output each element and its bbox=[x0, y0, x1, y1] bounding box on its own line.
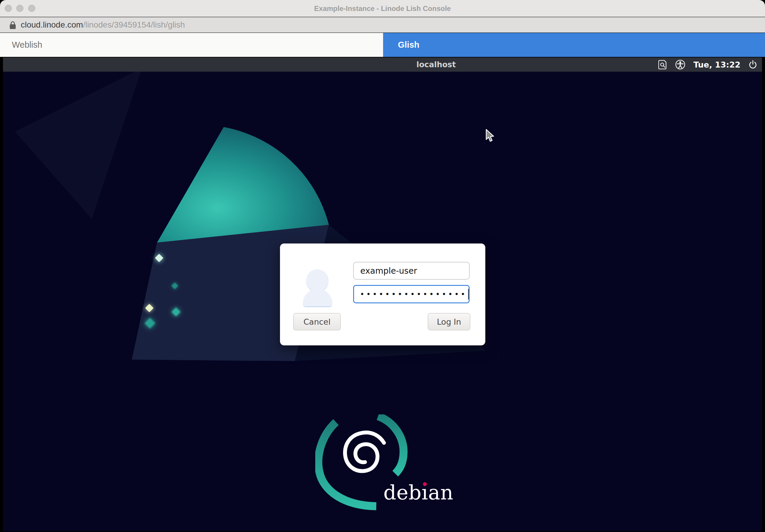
password-masked-value: ••••••••••••••••••••• bbox=[360, 290, 467, 298]
log-in-button-label: Log In bbox=[437, 317, 461, 326]
tab-weblish-label: Weblish bbox=[12, 40, 42, 50]
user-avatar-icon bbox=[306, 269, 329, 292]
cancel-button[interactable]: Cancel bbox=[293, 313, 341, 330]
glish-console-viewport: localhost Tue, 13:22 bbox=[0, 57, 765, 532]
wordmark-an: an bbox=[428, 481, 453, 504]
address-bar[interactable]: cloud.linode.com/linodes/39459154/lish/g… bbox=[0, 17, 765, 33]
text-caret bbox=[468, 289, 469, 299]
wordmark-deb: deb bbox=[383, 481, 421, 504]
lock-icon bbox=[9, 21, 16, 29]
url-path: /linodes/39459154/lish/glish bbox=[83, 20, 185, 29]
accessibility-icon[interactable] bbox=[675, 60, 685, 70]
mouse-cursor bbox=[485, 129, 495, 143]
gdm-top-bar: localhost Tue, 13:22 bbox=[3, 58, 762, 72]
gdm-login-dialog: ••••••••••••••••••••• Cancel Log In bbox=[280, 244, 485, 345]
log-in-button[interactable]: Log In bbox=[428, 313, 470, 330]
screen-magnifier-icon[interactable] bbox=[658, 60, 667, 69]
browser-window: Example-Instance - Linode Lish Console c… bbox=[0, 0, 765, 532]
power-icon[interactable] bbox=[748, 60, 757, 69]
password-input[interactable]: ••••••••••••••••••••• bbox=[353, 285, 469, 303]
debian-wordmark: debıan bbox=[383, 481, 453, 504]
hostname-label: localhost bbox=[416, 58, 456, 72]
user-avatar-icon bbox=[303, 289, 333, 307]
cancel-button-label: Cancel bbox=[304, 317, 330, 326]
wordmark-i-red-dot: ı bbox=[421, 481, 428, 504]
tab-glish-label: Glish bbox=[398, 40, 419, 50]
clock-label: Tue, 13:22 bbox=[693, 60, 740, 69]
tab-weblish[interactable]: Weblish bbox=[0, 33, 383, 57]
debian-logo: debıan bbox=[315, 414, 443, 515]
remote-screen: localhost Tue, 13:22 bbox=[3, 58, 762, 531]
url-host: cloud.linode.com bbox=[21, 20, 83, 29]
url-text: cloud.linode.com/linodes/39459154/lish/g… bbox=[21, 17, 185, 33]
tab-glish[interactable]: Glish bbox=[383, 33, 765, 57]
titlebar: Example-Instance - Linode Lish Console bbox=[0, 0, 765, 17]
lish-tab-bar: Weblish Glish bbox=[0, 33, 765, 57]
gdm-status-area: Tue, 13:22 bbox=[658, 58, 757, 72]
username-input[interactable] bbox=[353, 262, 469, 279]
window-title: Example-Instance - Linode Lish Console bbox=[0, 0, 765, 17]
